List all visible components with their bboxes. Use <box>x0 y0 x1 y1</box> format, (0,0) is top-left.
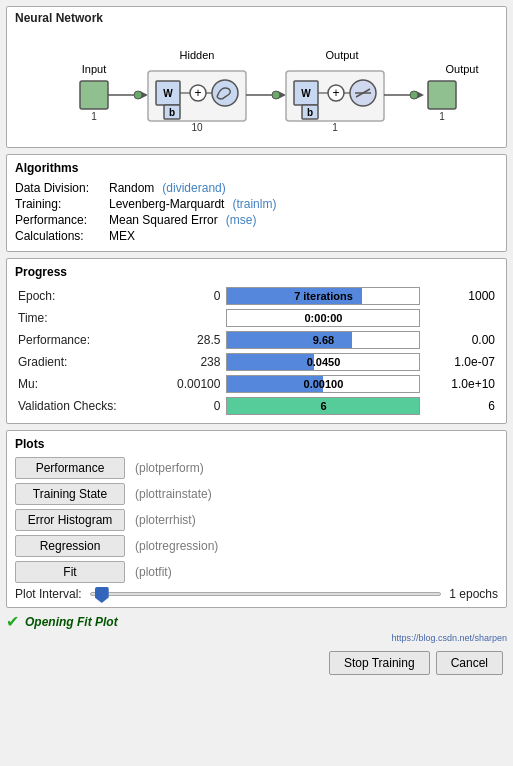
alg-extra-2: (mse) <box>226 213 257 227</box>
prog-bar-text-0: 7 iterations <box>227 290 419 302</box>
hidden-dot <box>272 91 280 99</box>
prog-leftval-4: 0.00100 <box>157 373 224 395</box>
prog-row-2: Performance: 28.5 9.68 0.00 <box>15 329 498 351</box>
plot-btn-1[interactable]: Training State <box>15 483 125 505</box>
alg-extra-0: (dividerand) <box>162 181 225 195</box>
prog-bar-text-5: 6 <box>227 400 419 412</box>
hidden-label: Hidden <box>179 49 214 61</box>
prog-label-2: Performance: <box>15 329 157 351</box>
prog-label-4: Mu: <box>15 373 157 395</box>
status-text: Opening Fit Plot <box>25 615 118 629</box>
interval-thumb[interactable] <box>95 587 109 603</box>
input-node <box>80 81 108 109</box>
prog-row-0: Epoch: 0 7 iterations 1000 <box>15 285 498 307</box>
interval-row: Plot Interval: // generate ticks inline … <box>15 587 498 601</box>
alg-value-1: Levenberg-Marquardt <box>109 197 224 211</box>
prog-bar-2: 9.68 <box>223 329 423 351</box>
prog-bar-outer-0: 7 iterations <box>226 287 420 305</box>
alg-row-3: Calculations: MEX <box>15 229 498 243</box>
prog-label-3: Gradient: <box>15 351 157 373</box>
b-label-hidden: b <box>168 107 174 118</box>
alg-value-0: Random <box>109 181 154 195</box>
stop-training-button[interactable]: Stop Training <box>329 651 430 675</box>
plot-btn-4[interactable]: Fit <box>15 561 125 583</box>
output-node <box>428 81 456 109</box>
prog-label-5: Validation Checks: <box>15 395 157 417</box>
prog-rightval-4: 1.0e+10 <box>423 373 498 395</box>
plot-extra-0: (plotperform) <box>135 461 204 475</box>
neural-network-section: Neural Network Input Hidden Output Outpu… <box>6 6 507 148</box>
prog-bar-text-1: 0:00:00 <box>227 312 419 324</box>
prog-bar-4: 0.00100 <box>223 373 423 395</box>
prog-rightval-5: 6 <box>423 395 498 417</box>
nn-svg: Input Hidden Output Output 1 W b + <box>22 29 492 139</box>
plot-row-1: Training State (plottrainstate) <box>15 483 498 505</box>
alg-extra-1: (trainlm) <box>232 197 276 211</box>
plus-output: + <box>332 86 339 100</box>
status-bar: ✔ Opening Fit Plot <box>6 612 507 631</box>
prog-bar-text-3: 0.0450 <box>227 356 419 368</box>
prog-bar-3: 0.0450 <box>223 351 423 373</box>
alg-row-0: Data Division: Random (dividerand) <box>15 181 498 195</box>
interval-value: 1 epochs <box>449 587 498 601</box>
prog-bar-outer-3: 0.0450 <box>226 353 420 371</box>
prog-leftval-3: 238 <box>157 351 224 373</box>
prog-row-3: Gradient: 238 0.0450 1.0e-07 <box>15 351 498 373</box>
prog-row-5: Validation Checks: 0 6 6 <box>15 395 498 417</box>
plot-btn-3[interactable]: Regression <box>15 535 125 557</box>
alg-row-2: Performance: Mean Squared Error (mse) <box>15 213 498 227</box>
alg-value-2: Mean Squared Error <box>109 213 218 227</box>
plot-extra-1: (plottrainstate) <box>135 487 212 501</box>
prog-row-4: Mu: 0.00100 0.00100 1.0e+10 <box>15 373 498 395</box>
progress-tbody: Epoch: 0 7 iterations 1000 Time: 0:00:00… <box>15 285 498 417</box>
plot-buttons-container: Performance (plotperform) Training State… <box>15 457 498 583</box>
prog-rightval-1 <box>423 307 498 329</box>
plot-btn-0[interactable]: Performance <box>15 457 125 479</box>
plot-row-2: Error Histogram (ploterrhist) <box>15 509 498 531</box>
prog-bar-0: 7 iterations <box>223 285 423 307</box>
output-num-label: 1 <box>332 122 338 133</box>
nn-diagram: Input Hidden Output Output 1 W b + <box>15 29 498 139</box>
interval-track[interactable] <box>90 592 442 596</box>
algorithms-rows: Data Division: Random (dividerand) Train… <box>15 181 498 243</box>
prog-bar-text-2: 9.68 <box>227 334 419 346</box>
cancel-button[interactable]: Cancel <box>436 651 503 675</box>
plots-section: Plots Performance (plotperform) Training… <box>6 430 507 608</box>
alg-label-0: Data Division: <box>15 181 105 195</box>
progress-table: Epoch: 0 7 iterations 1000 Time: 0:00:00… <box>15 285 498 417</box>
output-right-num: 1 <box>439 111 445 122</box>
progress-title: Progress <box>15 265 498 279</box>
plot-row-4: Fit (plotfit) <box>15 561 498 583</box>
prog-bar-text-4: 0.00100 <box>227 378 419 390</box>
alg-label-1: Training: <box>15 197 105 211</box>
input-num: 1 <box>91 111 97 122</box>
prog-rightval-0: 1000 <box>423 285 498 307</box>
alg-row-1: Training: Levenberg-Marquardt (trainlm) <box>15 197 498 211</box>
plot-row-3: Regression (plotregression) <box>15 535 498 557</box>
plus-hidden: + <box>194 86 201 100</box>
alg-label-2: Performance: <box>15 213 105 227</box>
hidden-num: 10 <box>191 122 203 133</box>
prog-leftval-0: 0 <box>157 285 224 307</box>
interval-label: Plot Interval: <box>15 587 82 601</box>
algorithms-title: Algorithms <box>15 161 498 175</box>
b-label-output: b <box>306 107 312 118</box>
plot-extra-2: (ploterrhist) <box>135 513 196 527</box>
prog-label-0: Epoch: <box>15 285 157 307</box>
output-node-label: Output <box>445 63 478 75</box>
output-label: Output <box>325 49 358 61</box>
prog-bar-outer-4: 0.00100 <box>226 375 420 393</box>
prog-bar-5: 6 <box>223 395 423 417</box>
status-checkmark: ✔ <box>6 612 19 631</box>
prog-leftval-1 <box>157 307 224 329</box>
w-label-hidden: W <box>163 88 173 99</box>
plot-btn-2[interactable]: Error Histogram <box>15 509 125 531</box>
interval-track-wrap: // generate ticks inline via JS below <box>90 592 442 596</box>
w-label-output: W <box>301 88 311 99</box>
prog-rightval-2: 0.00 <box>423 329 498 351</box>
input-dot <box>134 91 142 99</box>
prog-bar-1: 0:00:00 <box>223 307 423 329</box>
plot-row-0: Performance (plotperform) <box>15 457 498 479</box>
prog-leftval-5: 0 <box>157 395 224 417</box>
nn-title: Neural Network <box>15 11 498 25</box>
